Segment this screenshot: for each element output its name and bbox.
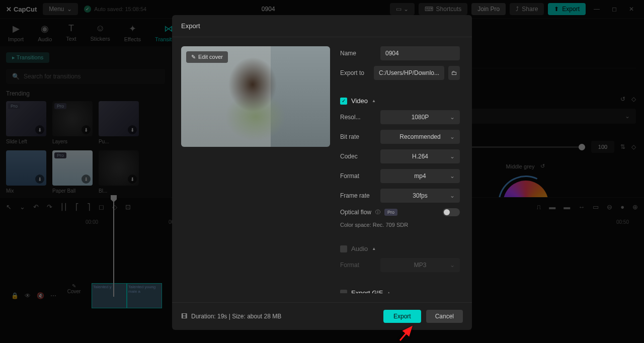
resolution-select[interactable]: 1080P bbox=[380, 110, 460, 124]
cover-preview: ✎ Edit cover bbox=[181, 46, 330, 147]
opticalflow-label: Optical flow bbox=[340, 209, 371, 216]
export-dialog: Export ✎ Edit cover Name0904 Export toC:… bbox=[172, 15, 472, 330]
collapse-icon[interactable]: ▲ bbox=[372, 246, 376, 251]
video-section-label: Video bbox=[351, 97, 368, 105]
exportto-label: Export to bbox=[340, 69, 370, 76]
resolution-label: Resol... bbox=[340, 114, 376, 121]
name-input[interactable]: 0904 bbox=[380, 46, 460, 60]
duration-info: Duration: 19s | Size: about 28 MB bbox=[191, 313, 281, 320]
video-checkbox[interactable]: ✓ bbox=[340, 98, 347, 105]
name-label: Name bbox=[340, 50, 376, 57]
format-select[interactable]: mp4 bbox=[380, 169, 460, 183]
codec-label: Codec bbox=[340, 153, 376, 160]
edit-cover-button[interactable]: ✎ Edit cover bbox=[186, 51, 228, 63]
export-confirm-button[interactable]: Export bbox=[383, 310, 421, 323]
cancel-button[interactable]: Cancel bbox=[426, 310, 463, 323]
audio-format-select: MP3 bbox=[380, 258, 460, 272]
browse-folder-button[interactable]: 🗀 bbox=[448, 66, 460, 80]
exportto-input[interactable]: C:/Users/HP/Downlo... bbox=[374, 66, 444, 80]
bitrate-label: Bit rate bbox=[340, 133, 376, 140]
audio-checkbox[interactable] bbox=[340, 245, 347, 252]
gif-section-label: Export GIF bbox=[351, 289, 383, 293]
svg-line-1 bbox=[400, 327, 412, 340]
colorspace-info: Color space: Rec. 709 SDR bbox=[340, 222, 460, 228]
framerate-label: Frame rate bbox=[340, 192, 376, 199]
bitrate-select[interactable]: Recommended bbox=[380, 130, 460, 144]
gif-checkbox[interactable] bbox=[340, 290, 347, 294]
annotation-arrow bbox=[397, 323, 418, 343]
audio-section-label: Audio bbox=[351, 245, 368, 252]
format-label: Format bbox=[340, 173, 376, 180]
framerate-select[interactable]: 30fps bbox=[380, 189, 460, 203]
collapse-icon[interactable]: ▲ bbox=[387, 291, 391, 293]
dialog-title: Export bbox=[172, 15, 472, 37]
opticalflow-toggle[interactable] bbox=[443, 208, 460, 216]
codec-select[interactable]: H.264 bbox=[380, 149, 460, 163]
collapse-icon[interactable]: ▲ bbox=[372, 99, 376, 103]
film-icon: 🎞 bbox=[181, 313, 187, 320]
